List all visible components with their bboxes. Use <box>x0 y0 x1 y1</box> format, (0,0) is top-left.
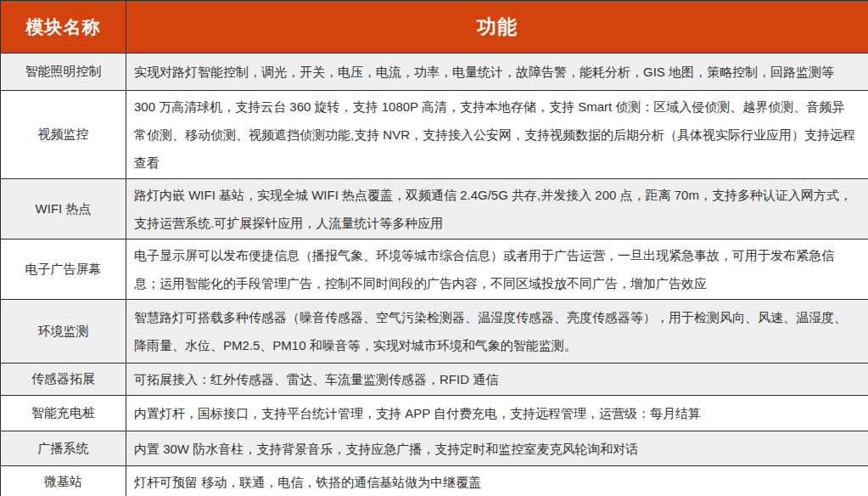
table-body: 智能照明控制 实现对路灯智能控制，调光，开关，电压，电流，功率，电量统计，故障告… <box>1 54 868 496</box>
function-cell: 电子显示屏可以发布便捷信息（播报气象、环境等城市综合信息）或者用于广告运营，一旦… <box>126 240 868 300</box>
function-cell: 灯杆可预留 移动，联通，电信，铁搭的通信基站做为中继覆盖 <box>126 466 868 496</box>
function-cell: 内置灯杆，国标接口，支持平台统计管理，支持 APP 自付费充电，支持远程管理，运… <box>126 396 868 431</box>
module-function-table-page: 模块名称 功能 智能照明控制 实现对路灯智能控制，调光，开关，电压，电流，功率，… <box>0 0 868 496</box>
function-cell: 可拓展接入：红外传感器、雷达、车流量监测传感器，RFID 通信 <box>126 364 868 396</box>
header-row: 模块名称 功能 <box>1 1 868 54</box>
table-row-broadcast-system: 广播系统 内置 30W 防水音柱，支持背景音乐，支持应急广播，支持定时和监控室麦… <box>1 431 868 466</box>
module-name-cell: 智能照明控制 <box>1 54 126 91</box>
module-name-cell: 电子广告屏幕 <box>1 240 126 300</box>
table-row-environment-monitoring: 环境监测 智慧路灯可搭载多种传感器（噪音传感器、空气污染检测器、温湿度传感器、亮… <box>1 300 868 364</box>
table-row-smart-charging-pile: 智能充电桩 内置灯杆，国标接口，支持平台统计管理，支持 APP 自付费充电，支持… <box>1 396 868 431</box>
module-name-cell: 智能充电桩 <box>1 396 126 431</box>
table-row-wifi-hotspot: WIFI 热点 路灯内嵌 WIFI 基站，实现全城 WIFI 热点覆盖，双频通信… <box>1 179 868 240</box>
table-row-micro-base-station: 微基站 灯杆可预留 移动，联通，电信，铁搭的通信基站做为中继覆盖 <box>1 466 868 496</box>
table-row-smart-lighting-control: 智能照明控制 实现对路灯智能控制，调光，开关，电压，电流，功率，电量统计，故障告… <box>1 54 868 91</box>
module-name-cell: 传感器拓展 <box>1 364 126 396</box>
module-name-cell: 广播系统 <box>1 431 126 466</box>
function-cell: 实现对路灯智能控制，调光，开关，电压，电流，功率，电量统计，故障告警，能耗分析，… <box>126 54 868 91</box>
function-cell: 300 万高清球机，支持云台 360 旋转，支持 1080P 高清，支持本地存储… <box>126 91 868 179</box>
module-name-cell: 视频监控 <box>1 91 126 179</box>
module-name-cell: 环境监测 <box>1 300 126 364</box>
function-cell: 内置 30W 防水音柱，支持背景音乐，支持应急广播，支持定时和监控室麦克风轮询和… <box>126 431 868 466</box>
module-name-cell: WIFI 热点 <box>1 179 126 240</box>
function-cell: 路灯内嵌 WIFI 基站，实现全城 WIFI 热点覆盖，双频通信 2.4G/5G… <box>126 179 868 240</box>
module-name-cell: 微基站 <box>1 466 126 496</box>
function-cell: 智慧路灯可搭载多种传感器（噪音传感器、空气污染检测器、温湿度传感器、亮度传感器等… <box>126 300 868 364</box>
header-function: 功能 <box>126 1 868 54</box>
module-function-table: 模块名称 功能 智能照明控制 实现对路灯智能控制，调光，开关，电压，电流，功率，… <box>0 0 868 496</box>
table-header: 模块名称 功能 <box>1 1 868 54</box>
table-row-electronic-ad-screen: 电子广告屏幕 电子显示屏可以发布便捷信息（播报气象、环境等城市综合信息）或者用于… <box>1 240 868 300</box>
table-row-video-surveillance: 视频监控 300 万高清球机，支持云台 360 旋转，支持 1080P 高清，支… <box>1 91 868 179</box>
header-module-name: 模块名称 <box>1 1 126 54</box>
table-row-sensor-expansion: 传感器拓展 可拓展接入：红外传感器、雷达、车流量监测传感器，RFID 通信 <box>1 364 868 396</box>
